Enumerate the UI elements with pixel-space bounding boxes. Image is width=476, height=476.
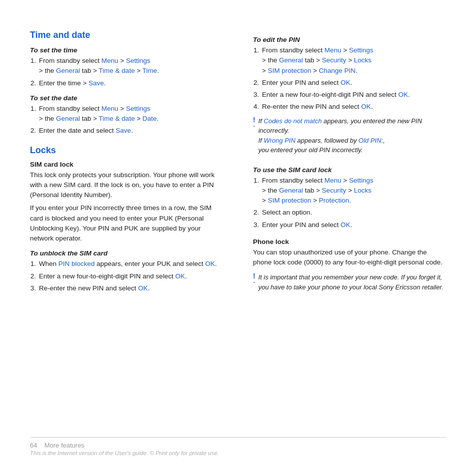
save-link-1: Save [88,79,104,87]
use-sim-lock-step-1: From standby select Menu > Settings > th… [261,176,446,206]
set-date-heading: To set the date [30,94,223,102]
sim-card-lock-heading: SIM card lock [30,161,223,168]
phone-lock-text: You can stop unauthorized use of your ph… [253,247,446,268]
protection-link: Protection [319,197,349,204]
edit-pin-note-text: If Codes do not match appears, you enter… [258,116,446,155]
settings-link-2: Settings [126,105,150,112]
locks-title: Locks [30,145,223,156]
footer-page-number: 64 More features [30,442,446,449]
pin-blocked-link: PIN blocked [58,260,95,267]
use-sim-lock-heading: To use the SIM card lock [253,166,446,174]
right-column: To edit the PIN From standby select Menu… [248,30,446,432]
ok-link-5: OK [398,91,408,98]
general-link-1: General [56,67,80,74]
locks-link-2: Locks [354,187,371,194]
general-link-2: General [56,115,80,122]
set-date-steps: From standby select Menu > Settings > th… [38,104,223,136]
time-link-1: Time [142,67,157,74]
note-bullet-icon-2: ! • [253,272,255,284]
sim-protection-link-2: SIM protection [268,197,311,204]
set-time-step-2: Enter the time > Save. [38,78,223,88]
page-footer: 64 More features This is the Internet ve… [30,437,446,456]
menu-link-3: Menu [324,46,341,54]
save-link-2: Save [116,127,131,134]
ok-link-7: OK [341,221,351,229]
unblock-sim-heading: To unblock the SIM card [30,249,223,257]
time-date-link-2: Time & date [99,115,135,122]
sim-card-lock-para1: This lock only protects your subscriptio… [30,170,223,201]
page: Time and date To set the time From stand… [0,0,476,476]
set-time-heading: To set the time [30,46,223,54]
unblock-step-1: When PIN blocked appears, enter your PUK… [38,259,223,269]
set-time-step-1: From standby select Menu > Settings > th… [38,56,223,76]
sim-card-lock-para2: If you enter your PIN incorrectly three … [30,203,223,243]
note-bullet-icon-1: ! • [253,116,255,128]
security-link-2: Security [322,187,346,194]
edit-pin-step-3: Enter a new four-to-eight-digit PIN and … [261,90,446,100]
use-sim-lock-step-3: Enter your PIN and select OK. [261,220,446,230]
ok-link-3: OK [138,284,148,292]
locks-section: Locks SIM card lock This lock only prote… [30,145,223,294]
unblock-step-3: Re-enter the new PIN and select OK. [38,283,223,293]
edit-pin-step-1: From standby select Menu > Settings > th… [261,45,446,76]
edit-pin-note: ! • If Codes do not match appears, you e… [253,116,446,158]
sim-protection-link-1: SIM protection [268,67,311,74]
codes-no-match-link: Codes do not match [264,117,322,125]
left-column: Time and date To set the time From stand… [30,30,228,432]
date-link-1: Date [143,115,157,122]
page-num: 64 [30,442,37,449]
settings-link-3: Settings [349,46,373,54]
locks-link-1: Locks [354,56,371,64]
settings-link-4: Settings [349,177,373,184]
time-and-date-section: Time and date To set the time From stand… [30,30,223,136]
set-date-step-1: From standby select Menu > Settings > th… [38,104,223,124]
menu-link-1: Menu [101,57,118,64]
page-label: More features [44,442,84,449]
edit-pin-steps: From standby select Menu > Settings > th… [261,45,446,112]
menu-link-4: Menu [324,177,341,184]
change-pin-link: Change PIN [319,67,356,74]
ok-link-4: OK [341,79,351,86]
set-time-steps: From standby select Menu > Settings > th… [38,56,223,88]
ok-link-6: OK [361,103,371,110]
old-pin-link: Old PIN: [359,137,383,144]
general-link-4: General [279,187,303,194]
edit-pin-step-4: Re-enter the new PIN and select OK. [261,102,446,112]
general-link-3: General [279,56,303,64]
phone-lock-heading: Phone lock [253,238,446,245]
phone-lock-note-text: It is important that you remember your n… [258,272,446,292]
edit-pin-step-2: Enter your PIN and select OK. [261,78,446,88]
time-date-link-1: Time & date [99,67,135,74]
security-link-1: Security [322,56,346,64]
ok-link-1: OK [205,260,215,267]
edit-pin-heading: To edit the PIN [253,36,446,43]
menu-link-2: Menu [101,105,118,112]
use-sim-lock-steps: From standby select Menu > Settings > th… [261,176,446,230]
ok-link-2: OK [175,272,185,280]
settings-link-1: Settings [126,57,150,64]
footer-disclaimer: This is the Internet version of the User… [30,450,446,456]
unblock-step-2: Enter a new four-to-eight-digit PIN and … [38,271,223,281]
set-date-step-2: Enter the date and select Save. [38,126,223,136]
use-sim-lock-step-2: Select an option. [261,208,446,218]
wrong-pin-link: Wrong PIN [264,137,296,144]
content-columns: Time and date To set the time From stand… [30,30,446,432]
time-and-date-title: Time and date [30,30,223,40]
phone-lock-note: ! • It is important that you remember yo… [253,272,446,295]
unblock-sim-steps: When PIN blocked appears, enter your PUK… [38,259,223,293]
